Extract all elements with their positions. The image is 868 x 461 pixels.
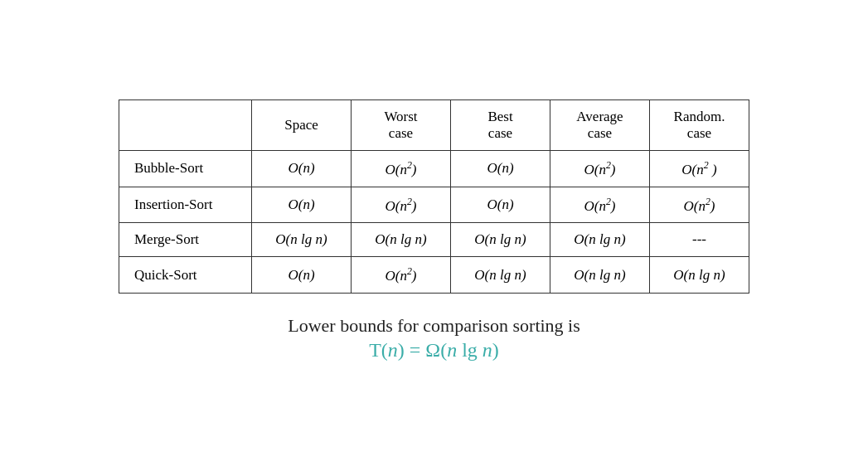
- cell-best: O(n): [451, 151, 550, 187]
- cell-best: O(n lg n): [451, 223, 550, 257]
- table-row: Bubble-Sort O(n) O(n2) O(n) O(n2) O(n2 ): [119, 151, 749, 187]
- header-best: Bestcase: [451, 100, 550, 151]
- header-algorithm: [119, 100, 252, 151]
- row-name: Insertion-Sort: [119, 187, 252, 223]
- cell-worst: O(n lg n): [352, 223, 451, 257]
- cell-best: O(n lg n): [451, 257, 550, 294]
- row-name: Bubble-Sort: [119, 151, 252, 187]
- cell-random: ---: [650, 223, 749, 257]
- cell-average: O(n2): [550, 151, 650, 187]
- cell-average: O(n2): [550, 187, 650, 223]
- cell-space: O(n): [252, 187, 352, 223]
- main-container: Space Worstcase Bestcase Averagecase Ran…: [119, 99, 749, 362]
- cell-average: O(n lg n): [550, 223, 650, 257]
- header-worst: Worstcase: [352, 100, 451, 151]
- header-space: Space: [252, 100, 352, 151]
- header-random: Random.case: [650, 100, 749, 151]
- cell-space: O(n lg n): [252, 223, 352, 257]
- cell-best: O(n): [451, 187, 550, 223]
- cell-worst: O(n2): [352, 151, 451, 187]
- cell-space: O(n): [252, 257, 352, 294]
- header-average: Averagecase: [550, 100, 650, 151]
- row-name: Merge-Sort: [119, 223, 252, 257]
- table-row: Insertion-Sort O(n) O(n2) O(n) O(n2) O(n…: [119, 187, 749, 223]
- caption-text: Lower bounds for comparison sorting is: [288, 313, 580, 339]
- table-row: Quick-Sort O(n) O(n2) O(n lg n) O(n lg n…: [119, 257, 749, 294]
- cell-space: O(n): [252, 151, 352, 187]
- cell-random: O(n2 ): [650, 151, 749, 187]
- cell-average: O(n lg n): [550, 257, 650, 294]
- sorting-table: Space Worstcase Bestcase Averagecase Ran…: [119, 99, 749, 294]
- cell-random: O(n2): [650, 187, 749, 223]
- cell-worst: O(n2): [352, 187, 451, 223]
- header-row: Space Worstcase Bestcase Averagecase Ran…: [119, 100, 749, 151]
- row-name: Quick-Sort: [119, 257, 252, 294]
- cell-random: O(n lg n): [650, 257, 749, 294]
- cell-worst: O(n2): [352, 257, 451, 294]
- table-row: Merge-Sort O(n lg n) O(n lg n) O(n lg n)…: [119, 223, 749, 257]
- formula-text: T(n) = Ω(n lg n): [288, 339, 580, 362]
- caption-block: Lower bounds for comparison sorting is T…: [288, 313, 580, 362]
